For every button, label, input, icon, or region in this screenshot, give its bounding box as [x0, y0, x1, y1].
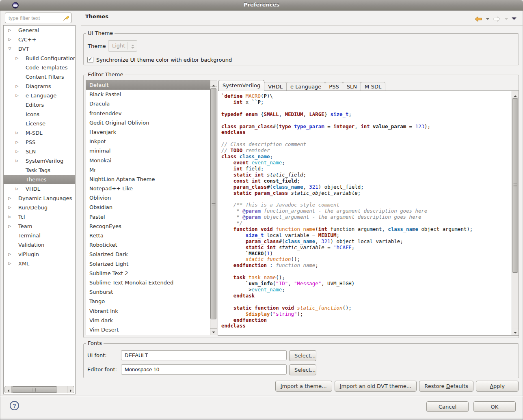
scroll-up-button[interactable]	[512, 91, 519, 97]
tree-item-terminal[interactable]: Terminal	[4, 231, 75, 240]
tree-item-xml[interactable]: ▷XML	[4, 259, 75, 268]
editor-scrollbar[interactable]	[512, 91, 519, 335]
tree-item-license[interactable]: License	[4, 119, 75, 128]
tree-item-systemverilog[interactable]: ▷SystemVerilog	[4, 156, 75, 166]
tree-item-sln[interactable]: ▷SLN	[4, 147, 75, 156]
tree-item-diagrams[interactable]: ▷Diagrams	[4, 82, 75, 91]
tree-item-pss[interactable]: ▷PSS	[4, 138, 75, 147]
tree-item-dvt[interactable]: ▽DVT	[4, 44, 75, 54]
expander-right-icon[interactable]: ▷	[7, 259, 13, 268]
expander-right-icon[interactable]: ▷	[7, 35, 13, 44]
cancel-button[interactable]: Cancel	[426, 401, 469, 412]
tree-item-general[interactable]: ▷General	[4, 26, 75, 35]
expander-right-icon[interactable]: ▷	[7, 222, 13, 231]
tree-item-run-debug[interactable]: ▷Run/Debug	[4, 203, 75, 212]
tree-horizontal-scrollbar[interactable]	[4, 386, 74, 393]
theme-list-item-inkpot[interactable]: Inkpot	[86, 137, 210, 146]
forward-arrow-icon[interactable]	[493, 16, 501, 22]
tab-sln[interactable]: SLN	[343, 82, 361, 91]
theme-list-item-vim-dark[interactable]: Vim dark	[86, 316, 210, 325]
theme-list-item-notepad-like[interactable]: Notepad++ Like	[86, 184, 210, 193]
tree-item-task-tags[interactable]: Task Tags	[4, 166, 75, 175]
theme-list-item-mr[interactable]: Mr	[86, 165, 210, 174]
theme-list-item-vim-desert[interactable]: Vim Desert	[86, 325, 210, 334]
expander-right-icon[interactable]: ▷	[14, 184, 20, 194]
ui-font-select-button[interactable]: Select...	[289, 350, 316, 361]
expander-right-icon[interactable]: ▷	[7, 26, 13, 35]
theme-list-item-solarized-dark[interactable]: Solarized Dark	[86, 250, 210, 259]
scroll-thumb[interactable]	[12, 386, 57, 393]
expander-down-icon[interactable]: ▽	[7, 44, 13, 54]
restore-defaults-button[interactable]: Restore Defaults	[419, 381, 473, 392]
theme-list-item-dracula[interactable]: Dracula	[86, 99, 210, 108]
theme-list-item-oblivion[interactable]: Oblivion	[86, 193, 210, 202]
expander-right-icon[interactable]: ▷	[14, 82, 20, 91]
theme-list-item-solarized-light[interactable]: Solarized Light	[86, 259, 210, 269]
theme-list-item-sunburst[interactable]: Sunburst	[86, 287, 210, 297]
view-menu-icon[interactable]	[512, 17, 517, 22]
editor-font-select-button[interactable]: Select...	[289, 364, 316, 375]
editor-font-input[interactable]	[121, 364, 287, 375]
theme-list-item-frontenddev[interactable]: frontenddev	[86, 109, 210, 118]
tree-item-m-sdl[interactable]: ▷M-SDL	[4, 128, 75, 138]
ui-font-input[interactable]	[121, 350, 287, 360]
theme-list-item-minimal[interactable]: minimal	[86, 146, 210, 155]
theme-list-item-sublime-text-2[interactable]: Sublime Text 2	[86, 269, 210, 278]
theme-list-item-nightlion-aptana-theme[interactable]: NightLion Aptana Theme	[86, 174, 210, 184]
theme-select[interactable]: Light	[108, 40, 137, 52]
expander-right-icon[interactable]: ▷	[14, 91, 20, 100]
sync-theme-checkbox[interactable]: ✓	[87, 57, 93, 63]
tree-item-content-filters[interactable]: Content Filters	[4, 72, 75, 82]
tab-vhdl[interactable]: VHDL	[264, 82, 287, 91]
import-a-theme-button[interactable]: Import a theme...	[275, 381, 332, 392]
tree-item-tcl[interactable]: ▷Tcl	[4, 212, 75, 222]
tree-item-editors[interactable]: Editors	[4, 100, 75, 110]
tab-pss[interactable]: PSS	[325, 82, 343, 91]
scroll-left-button[interactable]	[5, 386, 12, 393]
code-preview-editor[interactable]: `define MACRO(P)\ int x_``P; typedef enu…	[218, 90, 519, 336]
expander-right-icon[interactable]: ▷	[7, 203, 13, 212]
apply-button[interactable]: Apply	[476, 381, 519, 392]
theme-list-item-obsidian[interactable]: Obsidian	[86, 202, 210, 212]
import-an-old-dvt-theme-button[interactable]: Import an old DVT theme...	[335, 381, 417, 392]
tree-item-c-c[interactable]: ▷C/C++	[4, 35, 75, 44]
scroll-down-button[interactable]	[512, 329, 519, 335]
theme-list-item-recogneyes[interactable]: RecognEyes	[86, 222, 210, 231]
tree-item-viplugin[interactable]: ▷viPlugin	[4, 250, 75, 259]
tree-item-dynamic-languages[interactable]: ▷Dynamic Languages	[4, 194, 75, 203]
expander-right-icon[interactable]: ▷	[14, 147, 20, 156]
theme-list-item-black-pastel[interactable]: Black Pastel	[86, 90, 210, 99]
expander-right-icon[interactable]: ▷	[14, 54, 20, 63]
back-history-chevron-icon[interactable]	[486, 18, 489, 22]
expander-right-icon[interactable]: ▷	[14, 128, 20, 138]
titlebar[interactable]: Preferences	[0, 0, 523, 11]
scroll-down-button[interactable]	[210, 328, 217, 335]
expander-right-icon[interactable]: ▷	[14, 138, 20, 147]
tree-item-themes[interactable]: Themes	[4, 175, 75, 184]
tab-e-language[interactable]: e Language	[286, 82, 325, 91]
theme-list-item-sublime-text-monokai-extended[interactable]: Sublime Text Monokai Extended	[86, 278, 210, 287]
tree-item-e-language[interactable]: ▷e Language	[4, 91, 75, 100]
theme-list-item-gedit-original-oblivion[interactable]: Gedit Original Oblivion	[86, 118, 210, 127]
scroll-thumb[interactable]	[512, 98, 518, 273]
back-arrow-icon[interactable]	[474, 16, 482, 22]
theme-list-item-retta[interactable]: Retta	[86, 231, 210, 240]
expander-right-icon[interactable]: ▷	[14, 156, 20, 166]
theme-list-item-tango[interactable]: Tango	[86, 297, 210, 306]
expander-right-icon[interactable]: ▷	[7, 194, 13, 203]
theme-list-item-vibrant-ink[interactable]: Vibrant Ink	[86, 306, 210, 316]
clear-filter-broom-icon[interactable]	[63, 15, 69, 21]
scroll-right-button[interactable]	[67, 386, 74, 393]
theme-list-scrollbar[interactable]	[210, 80, 217, 335]
theme-list-item-roboticket[interactable]: Roboticket	[86, 240, 210, 250]
ok-button[interactable]: OK	[473, 401, 516, 412]
tree-item-vhdl[interactable]: ▷VHDL	[4, 184, 75, 194]
scroll-up-button[interactable]	[210, 80, 217, 87]
filter-input[interactable]	[5, 13, 71, 23]
tree-item-build-configurations[interactable]: ▷Build Configurations	[4, 54, 75, 63]
theme-list-item-monokai[interactable]: Monokai	[86, 156, 210, 165]
theme-list-item-havenjark[interactable]: Havenjark	[86, 127, 210, 137]
scroll-thumb[interactable]	[210, 88, 216, 319]
tree-item-validation[interactable]: Validation	[4, 240, 75, 250]
theme-list-item-pastel[interactable]: Pastel	[86, 212, 210, 222]
